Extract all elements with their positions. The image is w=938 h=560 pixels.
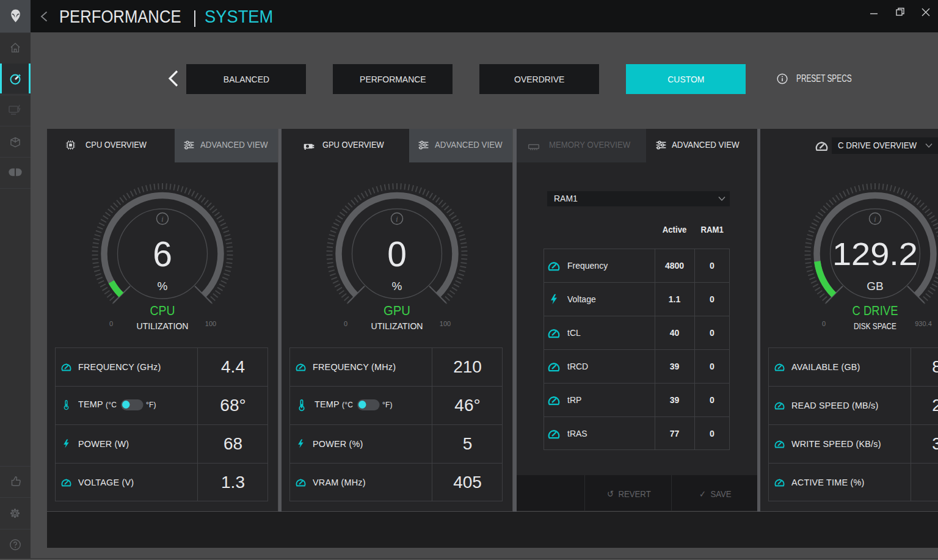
svg-text:%: % (392, 280, 402, 293)
svg-text:0: 0 (344, 320, 347, 327)
svg-text:100: 100 (205, 320, 216, 327)
svg-text:129.2: 129.2 (832, 236, 918, 272)
svg-text:0: 0 (109, 320, 113, 327)
svg-text:%: % (158, 280, 168, 293)
svg-text:i: i (874, 215, 876, 224)
svg-text:GPU: GPU (384, 304, 410, 318)
svg-text:C DRIVE: C DRIVE (853, 304, 898, 318)
svg-text:i: i (396, 215, 398, 224)
svg-text:DISK SPACE: DISK SPACE (854, 321, 896, 330)
svg-text:6: 6 (153, 235, 172, 274)
svg-text:930.4: 930.4 (915, 320, 932, 327)
svg-text:UTILIZATION: UTILIZATION (371, 321, 423, 330)
svg-text:UTILIZATION: UTILIZATION (137, 321, 189, 330)
svg-text:0: 0 (387, 235, 407, 274)
svg-text:i: i (161, 215, 163, 224)
svg-text:100: 100 (440, 320, 451, 327)
svg-text:GB: GB (867, 280, 883, 293)
svg-text:CPU: CPU (150, 304, 175, 318)
svg-text:0: 0 (822, 320, 826, 327)
